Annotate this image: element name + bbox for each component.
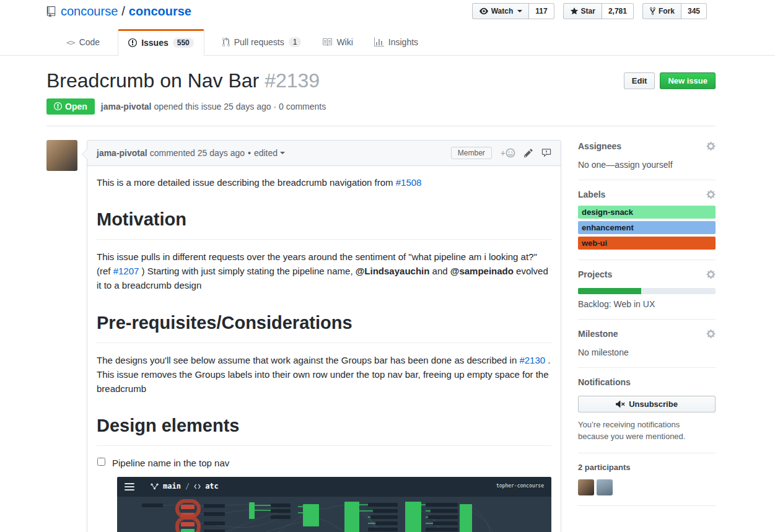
repo-name-link[interactable]: concourse (129, 4, 191, 19)
gear-icon[interactable] (706, 190, 716, 199)
sidebar-notifications: Notifications Unsubscribe You’re receivi… (578, 368, 716, 453)
issue-author[interactable]: jama-pivotal (101, 102, 152, 111)
fork-icon (649, 7, 656, 15)
participant-avatar[interactable] (597, 479, 613, 495)
label-design-snack[interactable]: design-snack (578, 206, 716, 219)
graph-icon (374, 37, 384, 47)
assignees-heading[interactable]: Assignees (578, 141, 716, 151)
notifications-heading: Notifications (578, 377, 716, 387)
star-group: Star 2,781 (563, 3, 634, 19)
tab-wiki[interactable]: Wiki (312, 28, 363, 55)
issue-byline: jama-pivotal opened this issue 25 days a… (101, 102, 326, 111)
participant-avatar[interactable] (578, 479, 594, 495)
open-state-badge: Open (46, 98, 95, 115)
notifications-note: You’re receiving notifications because y… (578, 419, 702, 443)
issue-head: Breadcrumb on Nav Bar #2139 Edit New iss… (46, 69, 716, 92)
hamburger-icon (125, 483, 134, 491)
project-name[interactable]: Backlog: Web in UX (578, 299, 716, 309)
sidebar-milestone: Milestone No milestone (578, 320, 716, 368)
issue-title: Breadcrumb on Nav Bar #2139 (46, 69, 624, 92)
comment-edited[interactable]: edited (254, 148, 278, 158)
repo-owner-link[interactable]: concourse (61, 4, 118, 19)
pipeline-screenshot[interactable]: main / atc topher-concourse (117, 477, 551, 532)
issue-link-1508[interactable]: #1508 (396, 177, 422, 188)
sidebar-participants: 2 participants (578, 453, 716, 506)
tab-issues[interactable]: Issues 550 (118, 29, 204, 56)
label-enhancement[interactable]: enhancement (578, 221, 716, 234)
avatar[interactable] (46, 140, 77, 171)
job-icon (194, 484, 201, 489)
sidebar-labels: Labels design-snack enhancement web-ui (578, 180, 716, 260)
repo-separator: / (121, 4, 125, 19)
comment-bullet: • (248, 148, 251, 158)
watch-count[interactable]: 117 (529, 3, 554, 19)
issues-count-badge: 550 (173, 38, 194, 48)
gear-icon[interactable] (706, 141, 716, 151)
comment-timestamp: commented 25 days ago (150, 148, 245, 158)
mute-icon (616, 399, 625, 409)
assignees-empty-text[interactable]: No one—assign yourself (578, 160, 716, 170)
tab-pull-requests[interactable]: Pull requests 1 (212, 28, 312, 55)
fork-button[interactable]: Fork (642, 3, 681, 19)
labels-heading[interactable]: Labels (578, 190, 716, 199)
code-icon: <> (66, 38, 75, 47)
edit-pencil-icon[interactable] (524, 148, 533, 158)
star-button[interactable]: Star (563, 3, 602, 19)
member-badge: Member (451, 147, 492, 159)
fork-group: Fork 345 (642, 3, 707, 19)
task-checkbox[interactable] (97, 458, 105, 466)
gear-icon[interactable] (706, 269, 716, 279)
cluster-name: topher-concourse (496, 482, 544, 490)
unsubscribe-button[interactable]: Unsubscribe (578, 396, 716, 412)
tab-insights[interactable]: Insights (364, 28, 429, 55)
comment-body: This is a more detailed issue describing… (87, 166, 561, 532)
milestone-empty-text: No milestone (578, 347, 716, 357)
comment-bubble: jama-pivotal commented 25 days ago • edi… (87, 140, 561, 532)
participant-avatars (578, 479, 716, 495)
watch-group: Watch 117 (472, 3, 554, 19)
issue-meta-row: Open jama-pivotal opened this issue 25 d… (46, 98, 716, 115)
star-count[interactable]: 2,781 (602, 3, 634, 19)
book-icon (322, 37, 332, 47)
pipeline-icon (151, 483, 159, 490)
issue-link-2130[interactable]: #2130 (519, 355, 545, 365)
fork-count[interactable]: 345 (681, 3, 707, 19)
paragraph: This issue pulls in different requests o… (97, 250, 551, 293)
comment-author[interactable]: jama-pivotal (97, 148, 147, 158)
edited-caret-icon[interactable] (280, 152, 285, 154)
repo-header: concourse / concourse Watch 117 Star 2,7… (0, 0, 775, 27)
comment-header: jama-pivotal commented 25 days ago • edi… (87, 141, 561, 166)
issue-actions: Edit New issue (624, 72, 716, 89)
eye-icon (479, 7, 489, 15)
tab-code[interactable]: <> Code (56, 28, 110, 55)
repo-breadcrumb: concourse / concourse (46, 4, 191, 19)
label-web-ui[interactable]: web-ui (578, 237, 716, 250)
task-list-item: Pipeline name in the top nav main / (97, 456, 551, 532)
edit-button[interactable]: Edit (624, 72, 655, 89)
pipeline-nav-bar: main / atc topher-concourse (117, 477, 551, 497)
heading-prerequisites: Pre-requisites/Considerations (97, 309, 551, 343)
timeline-comment: jama-pivotal commented 25 days ago • edi… (46, 140, 556, 532)
paragraph: This is a more detailed issue describing… (97, 175, 551, 190)
pulls-count-badge: 1 (289, 37, 302, 47)
discussion-column: jama-pivotal commented 25 days ago • edi… (46, 140, 556, 532)
social-actions: Watch 117 Star 2,781 Fork 345 (472, 3, 707, 19)
gear-icon[interactable] (706, 329, 716, 339)
milestone-heading[interactable]: Milestone (578, 329, 716, 339)
issue-sidebar: Assignees No one—assign yourself Labels … (578, 140, 716, 532)
mention-sampeinado[interactable]: @sampeinado (450, 266, 514, 276)
issue-opened-icon (128, 38, 137, 48)
watch-button[interactable]: Watch (472, 3, 530, 19)
header-divider (46, 126, 716, 126)
pipeline-breadcrumb: main / atc (151, 481, 219, 492)
comment-header-actions: + (501, 148, 551, 158)
participants-title: 2 participants (578, 463, 716, 472)
projects-heading[interactable]: Projects (578, 269, 716, 279)
issue-link-1207[interactable]: #1207 (113, 266, 139, 276)
mention-lindsayauchin[interactable]: @Lindsayauchin (356, 266, 430, 276)
report-icon[interactable] (541, 148, 551, 157)
issue-container: Breadcrumb on Nav Bar #2139 Edit New iss… (0, 69, 775, 532)
github-issue-page: concourse / concourse Watch 117 Star 2,7… (0, 0, 775, 532)
add-reaction-button[interactable]: + (501, 148, 515, 158)
new-issue-button[interactable]: New issue (660, 72, 716, 89)
